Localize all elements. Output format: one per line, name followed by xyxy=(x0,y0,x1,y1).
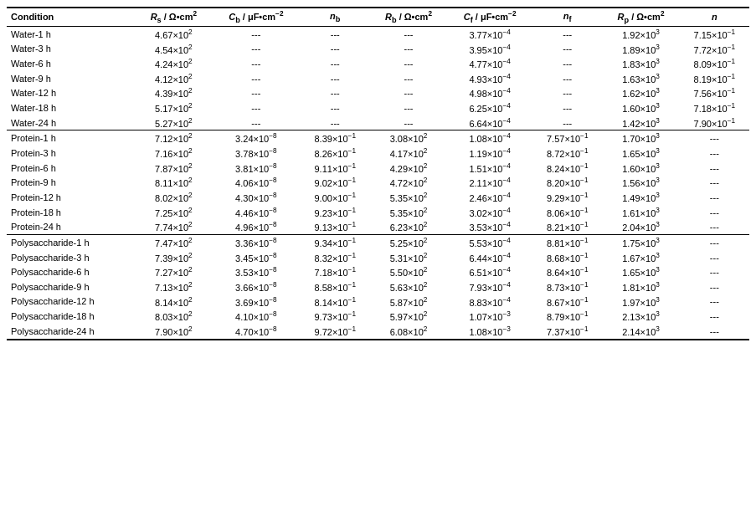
cell-rp: 1.65×103 xyxy=(602,264,679,279)
cell-condition: Polysaccharide-6 h xyxy=(7,264,136,279)
table-container: Condition Rs / Ω•cm2 Cb / μF•cm−2 nb Rb … xyxy=(0,0,756,347)
cell-rb: --- xyxy=(370,71,447,86)
cell-nf: 8.06×10−1 xyxy=(532,205,602,220)
cell-nb: 9.11×10−1 xyxy=(301,161,370,176)
cell-condition: Water-12 h xyxy=(7,85,136,100)
cell-rp: 1.62×103 xyxy=(602,85,679,100)
cell-rb: 5.31×102 xyxy=(370,250,447,265)
cell-rp: 1.70×103 xyxy=(602,130,679,146)
cell-nf: --- xyxy=(532,85,602,100)
cell-rb: --- xyxy=(370,26,447,41)
cell-rp: 1.81×103 xyxy=(602,279,679,294)
cell-nf: 8.79×10−1 xyxy=(532,309,602,324)
cell-n: 7.15×10−1 xyxy=(680,26,749,41)
cell-nb: --- xyxy=(301,100,370,115)
cell-nb: --- xyxy=(301,85,370,100)
cell-cb: 3.78×10−8 xyxy=(212,146,300,161)
cell-cb: 3.36×10−8 xyxy=(212,235,300,250)
cell-n: --- xyxy=(680,161,749,176)
cell-cb: --- xyxy=(212,85,300,100)
cell-n: --- xyxy=(680,264,749,279)
header-n: n xyxy=(680,8,749,26)
cell-rb: 4.17×102 xyxy=(370,146,447,161)
cell-rb: 5.50×102 xyxy=(370,264,447,279)
cell-rp: 2.14×103 xyxy=(602,324,679,340)
table-row: Polysaccharide-9 h7.13×1023.66×10−88.58×… xyxy=(7,279,749,294)
cell-cf: 4.77×10−4 xyxy=(447,56,532,71)
cell-nb: 9.23×10−1 xyxy=(301,205,370,220)
cell-rb: 4.72×102 xyxy=(370,175,447,190)
cell-rs: 8.03×102 xyxy=(136,309,213,324)
cell-cf: 3.95×10−4 xyxy=(447,42,532,57)
cell-n: 7.18×10−1 xyxy=(680,100,749,115)
cell-nb: 9.02×10−1 xyxy=(301,175,370,190)
table-row: Protein-24 h7.74×1024.96×10−89.13×10−16.… xyxy=(7,219,749,234)
cell-rp: 1.56×103 xyxy=(602,175,679,190)
cell-cb: --- xyxy=(212,71,300,86)
cell-rs: 4.67×102 xyxy=(136,26,213,41)
cell-cb: 3.24×10−8 xyxy=(212,130,300,146)
cell-nf: 8.72×10−1 xyxy=(532,146,602,161)
cell-cb: 4.70×10−8 xyxy=(212,324,300,340)
table-row: Protein-1 h7.12×1023.24×10−88.39×10−13.0… xyxy=(7,130,749,146)
cell-rp: 1.60×103 xyxy=(602,100,679,115)
cell-rp: 1.92×103 xyxy=(602,26,679,41)
cell-condition: Water-6 h xyxy=(7,56,136,71)
cell-rs: 7.13×102 xyxy=(136,279,213,294)
cell-nf: 8.67×10−1 xyxy=(532,294,602,309)
cell-rb: 5.25×102 xyxy=(370,235,447,250)
table-row: Polysaccharide-12 h8.14×1023.69×10−88.14… xyxy=(7,294,749,309)
cell-cf: 6.44×10−4 xyxy=(447,250,532,265)
cell-rb: 3.08×102 xyxy=(370,130,447,146)
table-row: Water-3 h4.54×102---------3.95×10−4---1.… xyxy=(7,42,749,57)
cell-nb: 8.32×10−1 xyxy=(301,250,370,265)
cell-cf: 1.08×10−3 xyxy=(447,324,532,340)
cell-cf: 3.02×10−4 xyxy=(447,205,532,220)
table-row: Polysaccharide-24 h7.90×1024.70×10−89.72… xyxy=(7,324,749,340)
cell-rp: 2.04×103 xyxy=(602,219,679,234)
cell-nf: --- xyxy=(532,100,602,115)
cell-condition: Protein-24 h xyxy=(7,219,136,234)
cell-nf: --- xyxy=(532,26,602,41)
cell-nb: 8.26×10−1 xyxy=(301,146,370,161)
cell-cf: 4.98×10−4 xyxy=(447,85,532,100)
cell-n: --- xyxy=(680,250,749,265)
cell-n: 7.56×10−1 xyxy=(680,85,749,100)
table-row: Protein-12 h8.02×1024.30×10−89.00×10−15.… xyxy=(7,190,749,205)
header-condition: Condition xyxy=(7,8,136,26)
cell-cf: 3.53×10−4 xyxy=(447,219,532,234)
cell-rp: 1.75×103 xyxy=(602,235,679,250)
cell-condition: Water-9 h xyxy=(7,71,136,86)
cell-n: --- xyxy=(680,205,749,220)
cell-cb: 3.45×10−8 xyxy=(212,250,300,265)
cell-condition: Polysaccharide-9 h xyxy=(7,279,136,294)
cell-n: --- xyxy=(680,219,749,234)
cell-nb: 8.58×10−1 xyxy=(301,279,370,294)
cell-n: 7.72×10−1 xyxy=(680,42,749,57)
cell-cf: 5.53×10−4 xyxy=(447,235,532,250)
cell-rs: 5.17×102 xyxy=(136,100,213,115)
cell-nb: --- xyxy=(301,42,370,57)
cell-cb: 3.81×10−8 xyxy=(212,161,300,176)
cell-nf: 8.24×10−1 xyxy=(532,161,602,176)
cell-rs: 8.02×102 xyxy=(136,190,213,205)
cell-rp: 1.97×103 xyxy=(602,294,679,309)
table-row: Water-18 h5.17×102---------6.25×10−4---1… xyxy=(7,100,749,115)
cell-cb: --- xyxy=(212,56,300,71)
cell-cb: 4.06×10−8 xyxy=(212,175,300,190)
cell-cb: --- xyxy=(212,100,300,115)
table-row: Protein-6 h7.87×1023.81×10−89.11×10−14.2… xyxy=(7,161,749,176)
cell-rb: --- xyxy=(370,56,447,71)
header-cb: Cb / μF•cm−2 xyxy=(212,8,300,26)
cell-rs: 4.39×102 xyxy=(136,85,213,100)
cell-condition: Protein-6 h xyxy=(7,161,136,176)
cell-cf: 2.11×10−4 xyxy=(447,175,532,190)
cell-rs: 4.54×102 xyxy=(136,42,213,57)
cell-cf: 8.83×10−4 xyxy=(447,294,532,309)
cell-n: --- xyxy=(680,130,749,146)
cell-cb: 3.69×10−8 xyxy=(212,294,300,309)
cell-rb: 4.29×102 xyxy=(370,161,447,176)
cell-rb: 6.23×102 xyxy=(370,219,447,234)
cell-nb: 9.00×10−1 xyxy=(301,190,370,205)
cell-cb: 4.46×10−8 xyxy=(212,205,300,220)
